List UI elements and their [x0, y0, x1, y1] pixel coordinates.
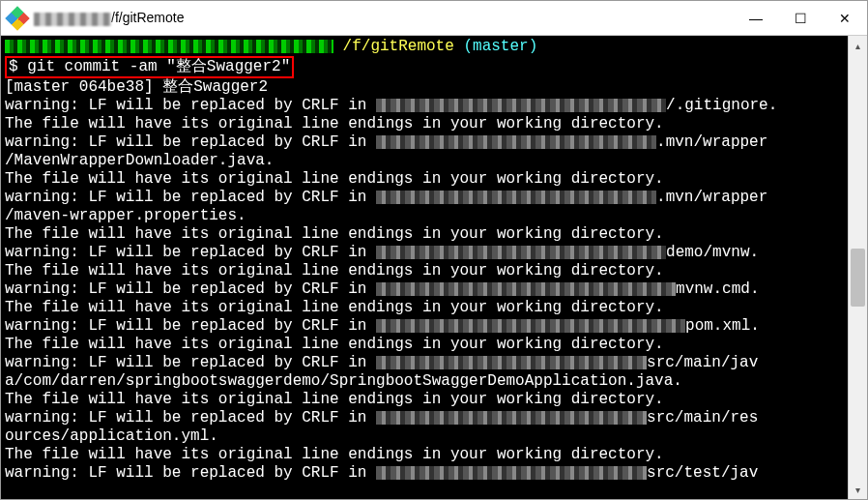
redacted-path: [376, 135, 656, 149]
terminal-area: /f/gitRemote (master) $ git commit -am "…: [1, 36, 867, 499]
warn-line: warning: LF will be replaced by CRLF in …: [5, 317, 760, 335]
redacted-title-prefix: [34, 13, 111, 26]
file-line: The file will have its original line end…: [5, 115, 664, 132]
redacted-path: [376, 356, 647, 369]
redacted-path: [376, 411, 647, 425]
titlebar[interactable]: /f/gitRemote — ☐ ✕: [1, 1, 867, 36]
minimize-button[interactable]: —: [734, 1, 778, 35]
warn-line: warning: LF will be replaced by CRLF in …: [5, 464, 758, 482]
scroll-up-arrow[interactable]: ▴: [849, 36, 867, 55]
app-icon: [5, 6, 29, 30]
path-continuation: /maven-wrapper.properties.: [5, 207, 246, 224]
path-continuation: /MavenWrapperDownloader.java.: [5, 152, 274, 169]
redacted-path: [376, 466, 647, 480]
file-line: The file will have its original line end…: [5, 170, 664, 188]
terminal-output[interactable]: /f/gitRemote (master) $ git commit -am "…: [1, 36, 848, 499]
vertical-scrollbar[interactable]: ▴ ▾: [848, 36, 867, 499]
warn-line: warning: LF will be replaced by CRLF in …: [5, 97, 777, 114]
window-title: /f/gitRemote: [34, 10, 734, 25]
file-line: The file will have its original line end…: [5, 336, 664, 353]
redacted-path: [376, 191, 656, 204]
file-line: The file will have its original line end…: [5, 225, 664, 243]
warn-line: warning: LF will be replaced by CRLF in …: [5, 409, 758, 426]
window-controls: — ☐ ✕: [734, 1, 867, 35]
redacted-path: [376, 246, 666, 259]
warn-line: warning: LF will be replaced by CRLF in …: [5, 189, 767, 206]
warn-line: warning: LF will be replaced by CRLF in …: [5, 280, 759, 298]
command-text: git commit -am "整合Swagger2": [27, 58, 290, 75]
prompt-branch: (master): [454, 38, 537, 55]
warn-line: warning: LF will be replaced by CRLF in …: [5, 244, 759, 261]
title-path: /f/gitRemote: [111, 10, 184, 25]
path-continuation: a/com/darren/springbootswaggerdemo/Sprin…: [5, 372, 682, 390]
maximize-button[interactable]: ☐: [778, 1, 823, 35]
scroll-down-arrow[interactable]: ▾: [849, 480, 867, 499]
highlighted-command: $ git commit -am "整合Swagger2": [5, 56, 294, 78]
path-continuation: ources/application.yml.: [5, 427, 218, 445]
prompt-path: /f/gitRemote: [333, 38, 454, 55]
terminal-window: /f/gitRemote — ☐ ✕ /f/gitRemote (master)…: [0, 0, 868, 500]
redacted-path: [376, 99, 666, 112]
scroll-thumb[interactable]: [851, 249, 865, 307]
prompt-dollar: $: [9, 58, 27, 75]
close-button[interactable]: ✕: [823, 1, 867, 35]
warn-line: warning: LF will be replaced by CRLF in …: [5, 354, 758, 371]
file-line: The file will have its original line end…: [5, 446, 664, 463]
commit-result: [master 064be38] 整合Swagger2: [5, 78, 268, 96]
redacted-path: [376, 282, 676, 296]
file-line: The file will have its original line end…: [5, 391, 664, 408]
warn-line: warning: LF will be replaced by CRLF in …: [5, 133, 767, 151]
scroll-track[interactable]: [849, 55, 867, 480]
file-line: The file will have its original line end…: [5, 262, 664, 279]
file-line: The file will have its original line end…: [5, 299, 664, 316]
redacted-prompt-user: [5, 40, 333, 53]
redacted-path: [376, 319, 685, 333]
